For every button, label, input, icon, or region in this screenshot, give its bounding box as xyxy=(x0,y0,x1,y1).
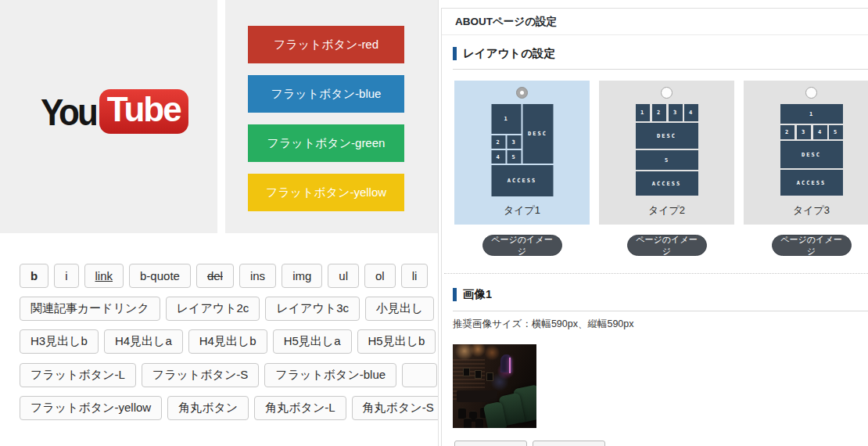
layout-type-card-2[interactable]: 1 2 3 4 DESC 5 ACCESS タイプ2 xyxy=(599,81,734,225)
thumb-sofa xyxy=(457,390,497,402)
diagram-cell-desc: DESC xyxy=(636,123,698,149)
quicktag-h4a-button[interactable]: H4見出しa xyxy=(104,329,183,354)
youtube-logo-you: You xyxy=(41,90,96,133)
type1-radio[interactable] xyxy=(516,87,528,99)
recommended-size-text: 推奨画像サイズ：横幅590px、縦幅590px xyxy=(453,318,634,331)
logo-preview-box: You Tube xyxy=(0,0,217,233)
image1-heading: 画像1 xyxy=(453,287,492,302)
type2-radio[interactable] xyxy=(661,87,673,99)
quicktag-row-3: H3見出しb H4見出しa H4見出しb H5見出しa H5見出しb xyxy=(20,329,436,354)
diagram-cell-1: 1 xyxy=(491,104,521,134)
section-divider xyxy=(453,311,868,311)
diagram-cell-5: 5 xyxy=(829,125,843,139)
layout-type-card-1[interactable]: 1 2 3 4 5 DESC ACCESS タイプ1 xyxy=(454,81,590,225)
page-image-button-1[interactable]: ページのイメージ xyxy=(482,235,562,256)
quicktag-subheading-button[interactable]: 小見出し xyxy=(365,297,434,321)
quicktag-bold-button[interactable]: b xyxy=(20,264,48,288)
section-divider xyxy=(453,69,868,70)
quicktag-row-1: b i link b-quote del ins img ul ol li xyxy=(20,264,428,288)
quicktag-h5a-button[interactable]: H5見出しa xyxy=(273,329,352,354)
quicktag-del-button[interactable]: del xyxy=(196,264,234,288)
quicktag-h4b-button[interactable]: H4見出しb xyxy=(188,329,267,354)
thumb-picture-frame xyxy=(486,372,493,381)
image-action-button-2[interactable] xyxy=(533,441,605,446)
thumb-stool xyxy=(475,418,483,428)
quicktag-flat-s-button[interactable]: フラットボタン-S xyxy=(142,363,259,387)
quicktag-bquote-button[interactable]: b-quote xyxy=(129,264,191,288)
flat-button-blue[interactable]: フラットボタン-blue xyxy=(248,75,404,113)
type1-label: タイプ1 xyxy=(454,203,590,218)
quicktag-ul-button[interactable]: ul xyxy=(328,264,359,288)
quicktag-related-card-link-button[interactable]: 関連記事カードリンク xyxy=(20,297,160,321)
youtube-logo: You Tube xyxy=(41,89,188,134)
diagram-cell-4: 4 xyxy=(684,104,698,121)
flat-button-green[interactable]: フラットボタン-green xyxy=(248,124,404,162)
type3-radio[interactable] xyxy=(805,87,817,99)
quicktag-row-5: フラットボタン-yellow 角丸ボタン 角丸ボタン-L 角丸ボタン-S xyxy=(20,396,445,420)
quicktag-layout3c-button[interactable]: レイアウト3c xyxy=(265,297,360,321)
quicktag-link-button[interactable]: link xyxy=(84,264,124,288)
about-image-thumbnail xyxy=(453,344,536,428)
flat-button-red[interactable]: フラットボタン-red xyxy=(248,26,404,63)
diagram-cell-3: 3 xyxy=(669,104,683,121)
quicktag-ins-button[interactable]: ins xyxy=(239,264,276,288)
heading-accent-bar xyxy=(453,288,457,301)
image-action-button-1[interactable] xyxy=(454,441,527,446)
flat-buttons-preview-box: フラットボタン-red フラットボタン-blue フラットボタン-green フ… xyxy=(225,0,438,233)
diagram-cell-2: 2 xyxy=(491,135,505,149)
quicktag-h5b-button[interactable]: H5見出しb xyxy=(357,329,436,354)
diagram-cell-desc: DESC xyxy=(522,104,553,164)
image1-title: 画像1 xyxy=(463,287,492,302)
type3-label: タイプ3 xyxy=(744,203,868,218)
postbox-title: ABOUTページの設定 xyxy=(442,9,868,35)
page-image-button-2[interactable]: ページのイメージ xyxy=(627,235,707,256)
type2-label: タイプ2 xyxy=(599,203,734,218)
pill-column-1: ページのイメージ xyxy=(454,235,590,256)
page-image-buttons-row: ページのイメージ ページのイメージ ページのイメージ xyxy=(454,235,868,256)
diagram-cell-5: 5 xyxy=(507,150,521,164)
quicktag-rounded-s-button[interactable]: 角丸ボタン-S xyxy=(352,396,445,420)
thumb-picture-frame xyxy=(475,370,482,379)
diagram-cell-4: 4 xyxy=(813,125,827,139)
diagram-cell-3: 3 xyxy=(507,135,521,149)
diagram-cell-4: 4 xyxy=(491,150,505,164)
quicktag-clipped-button[interactable] xyxy=(402,363,437,387)
flat-button-yellow[interactable]: フラットボタン-yellow xyxy=(248,174,404,211)
quicktag-flat-yellow-button[interactable]: フラットボタン-yellow xyxy=(20,396,162,420)
diagram-cell-access: ACCESS xyxy=(491,165,553,196)
layout-settings-heading: レイアウトの設定 xyxy=(453,46,555,61)
quicktag-flat-l-button[interactable]: フラットボタン-L xyxy=(20,363,136,387)
layout-type-card-3[interactable]: 1 2 3 4 5 DESC ACCESS タイプ3 xyxy=(744,81,868,225)
page-image-button-3[interactable]: ページのイメージ xyxy=(772,235,852,256)
quicktag-flat-blue-button[interactable]: フラットボタン-blue xyxy=(264,363,396,387)
quicktag-rounded-button[interactable]: 角丸ボタン xyxy=(167,396,249,420)
quicktag-li-button[interactable]: li xyxy=(401,264,429,288)
quicktag-ol-button[interactable]: ol xyxy=(364,264,396,288)
quicktag-layout2c-button[interactable]: レイアウト2c xyxy=(166,297,260,321)
thumb-picture-frame xyxy=(463,368,470,376)
thumb-arch-window xyxy=(500,354,512,373)
quicktag-h3b-button[interactable]: H3見出しb xyxy=(20,329,99,354)
about-page-settings-panel: ABOUTページの設定 レイアウトの設定 1 2 3 4 5 DESC ACCE… xyxy=(438,0,868,446)
type1-layout-diagram: 1 2 3 4 5 DESC ACCESS xyxy=(491,104,553,196)
thumb-stool xyxy=(464,418,472,428)
heading-accent-bar xyxy=(453,47,457,60)
thumb-neon-light xyxy=(509,358,511,373)
quicktag-rounded-l-button[interactable]: 角丸ボタン-L xyxy=(254,396,346,420)
diagram-cell-5: 5 xyxy=(636,150,698,170)
layout-settings-title: レイアウトの設定 xyxy=(463,46,555,61)
diagram-cell-1: 1 xyxy=(636,104,650,121)
dotted-divider xyxy=(444,273,868,274)
diagram-cell-1: 1 xyxy=(780,104,843,124)
quicktag-italic-button[interactable]: i xyxy=(54,264,78,288)
diagram-cell-desc: DESC xyxy=(780,141,843,168)
quicktag-row-4: フラットボタン-L フラットボタン-S フラットボタン-blue xyxy=(20,363,437,387)
layout-type-cards: 1 2 3 4 5 DESC ACCESS タイプ1 1 2 3 4 DESC … xyxy=(454,81,868,225)
pill-column-2: ページのイメージ xyxy=(599,235,734,256)
radio-dot xyxy=(520,91,524,95)
diagram-cell-access: ACCESS xyxy=(780,170,843,196)
type3-layout-diagram: 1 2 3 4 5 DESC ACCESS xyxy=(780,104,843,196)
type2-layout-diagram: 1 2 3 4 DESC 5 ACCESS xyxy=(636,104,698,196)
diagram-cell-access: ACCESS xyxy=(636,171,698,196)
quicktag-img-button[interactable]: img xyxy=(282,264,322,288)
